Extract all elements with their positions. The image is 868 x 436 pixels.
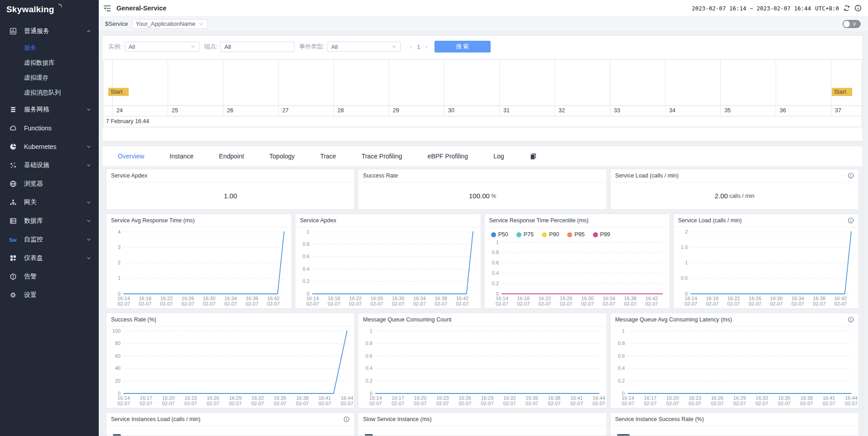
tab-ebpf-profiling[interactable]: eBPF Profiling	[428, 153, 468, 160]
svg-text:16:29: 16:29	[733, 395, 746, 401]
svg-text:16:14: 16:14	[117, 395, 130, 401]
legend-item-p99[interactable]: P99	[593, 231, 610, 238]
svg-text:16:20: 16:20	[414, 395, 427, 401]
tab-trace[interactable]: Trace	[320, 153, 336, 160]
svg-text:16:42: 16:42	[267, 296, 280, 301]
tab-instance[interactable]: Instance	[169, 153, 193, 160]
service-select[interactable]: Your_ApplicationName	[132, 19, 208, 29]
tab-log[interactable]: Log	[493, 153, 504, 160]
svg-text:1: 1	[118, 275, 121, 281]
sidebar-item-kubernetes[interactable]: Kubernetes	[0, 137, 99, 156]
sidebar-item-settings[interactable]: ⚙设置	[0, 286, 99, 304]
sidebar-item-functions[interactable]: Functions	[0, 119, 99, 137]
legend-item-p90[interactable]: P90	[542, 231, 559, 238]
svg-text:16:17: 16:17	[392, 395, 405, 401]
search-button[interactable]: 搜索	[434, 41, 491, 53]
legend-dot	[567, 232, 572, 237]
timeline-tick-label: 32	[559, 107, 565, 114]
sidebar-item-dashboards[interactable]: 仪表盘	[0, 249, 99, 267]
card-title: Message Queue Avg Consuming Latency (ms)	[615, 316, 732, 323]
svg-text:16:14: 16:14	[496, 296, 508, 301]
svg-text:02-07: 02-07	[778, 401, 791, 406]
metric-cards-row: Service Apdex1.00Success Rate100.00%Serv…	[106, 169, 859, 210]
view-toggle[interactable]: V	[843, 20, 861, 28]
svg-text:16:30: 16:30	[392, 296, 405, 301]
next-page-icon[interactable]: ›	[425, 43, 428, 50]
svg-text:Sw: Sw	[9, 237, 17, 242]
chart-card: Message Queue Consuming Count00.20.40.60…	[358, 313, 607, 408]
svg-text:16:42: 16:42	[645, 296, 658, 301]
tab-overview[interactable]: Overview	[118, 153, 144, 160]
event-timeline[interactable]: 7 February 16:44 24252627282930313233343…	[103, 59, 862, 127]
event-type-select[interactable]: All	[327, 42, 401, 52]
svg-text:0.4: 0.4	[366, 365, 372, 371]
instance-filter-label: 实例:	[108, 43, 122, 51]
legend-item-p75[interactable]: P75	[516, 231, 534, 238]
info-icon[interactable]	[848, 217, 854, 224]
dashboard-list-icon[interactable]	[530, 153, 537, 160]
svg-text:02-07: 02-07	[688, 401, 701, 406]
sidebar-item-alerting[interactable]: 告警	[0, 267, 99, 286]
info-icon[interactable]	[848, 316, 854, 323]
time-range[interactable]: 2023-02-07 16:14 ~ 2023-02-07 16:44	[692, 5, 811, 12]
mesh-icon	[9, 106, 17, 113]
svg-text:02-07: 02-07	[184, 401, 197, 406]
gateway-icon	[9, 199, 17, 206]
sidebar-item-virtual-database[interactable]: 虚拟数据库	[0, 55, 99, 70]
svg-text:02-07: 02-07	[436, 401, 449, 406]
sidebar-item-browser[interactable]: 浏览器	[0, 174, 99, 193]
sidebar-item-general-service[interactable]: 普通服务	[0, 22, 99, 40]
svg-text:0.2: 0.2	[303, 278, 309, 284]
dashboard-grid-area: Service Apdex1.00Success Rate100.00%Serv…	[102, 166, 863, 436]
sidebar-item-service-mesh[interactable]: 服务网格	[0, 100, 99, 119]
tab-endpoint[interactable]: Endpoint	[219, 153, 244, 160]
chart-icon	[9, 28, 17, 35]
svg-text:16:23: 16:23	[184, 395, 197, 401]
svg-text:0.6: 0.6	[366, 353, 372, 359]
legend-item-p95[interactable]: P95	[567, 231, 584, 238]
metric-value: 1.00	[106, 182, 354, 209]
instance-select[interactable]: All	[125, 42, 200, 52]
app-logo[interactable]: Skywalking	[0, 0, 99, 22]
svg-text:0.4: 0.4	[617, 365, 624, 371]
svg-text:02-07: 02-07	[685, 301, 697, 307]
menu-fold-icon[interactable]	[103, 5, 111, 12]
endpoint-input[interactable]: All	[220, 42, 294, 52]
sidebar-item-virtual-mq[interactable]: 虚拟消息队列	[0, 85, 99, 100]
timeline-end-handle[interactable]: Start	[832, 88, 852, 96]
sidebar-item-database[interactable]: 数据库	[0, 211, 99, 230]
legend-dot	[593, 232, 598, 237]
refresh-icon[interactable]	[843, 5, 850, 12]
timeline-tick-label: 36	[780, 107, 786, 114]
info-icon[interactable]	[854, 5, 862, 12]
sidebar-item-gateway[interactable]: 网关	[0, 193, 99, 211]
card-title: Service Load (calls / min)	[678, 217, 742, 224]
chart-row-1: Service Avg Response Time (ms)0123416:14…	[106, 214, 859, 309]
svg-text:16:26: 16:26	[459, 395, 472, 401]
svg-text:16:38: 16:38	[813, 296, 825, 301]
svg-text:16:35: 16:35	[778, 395, 791, 401]
prev-page-icon[interactable]: ‹	[410, 43, 412, 50]
timeline-start-handle[interactable]: Start	[108, 88, 129, 96]
toggle-label: V	[853, 21, 856, 27]
main-area: General-Service 2023-02-07 16:14 ~ 2023-…	[99, 0, 868, 436]
chevron-down-icon	[86, 144, 92, 149]
info-icon[interactable]	[343, 416, 350, 422]
tab-topology[interactable]: Topology	[270, 153, 295, 160]
card-title: Service Avg Response Time (ms)	[111, 217, 195, 224]
tab-trace-profiling[interactable]: Trace Profiling	[362, 153, 402, 160]
timeline-tick-label: 27	[282, 107, 289, 114]
sidebar-item-service[interactable]: 服务	[0, 40, 99, 55]
sidebar-item-virtual-cache[interactable]: 虚拟缓存	[0, 70, 99, 85]
svg-text:02-07: 02-07	[182, 301, 194, 307]
sidebar-item-self-observability[interactable]: Sw自监控	[0, 230, 99, 249]
svg-text:0.6: 0.6	[617, 353, 624, 359]
sidebar-menu: 普通服务服务虚拟数据库虚拟缓存虚拟消息队列服务网格FunctionsKubern…	[0, 22, 99, 304]
info-icon[interactable]	[848, 172, 854, 179]
svg-text:16:29: 16:29	[229, 395, 242, 401]
legend-item-p50[interactable]: P50	[491, 231, 508, 238]
svg-text:16:44: 16:44	[845, 395, 858, 401]
sidebar-item-infrastructure[interactable]: 基础设施	[0, 156, 99, 174]
line-chart: 00.20.40.60.8116:1402-0716:1702-0716:200…	[358, 326, 606, 408]
svg-text:02-07: 02-07	[733, 401, 746, 406]
